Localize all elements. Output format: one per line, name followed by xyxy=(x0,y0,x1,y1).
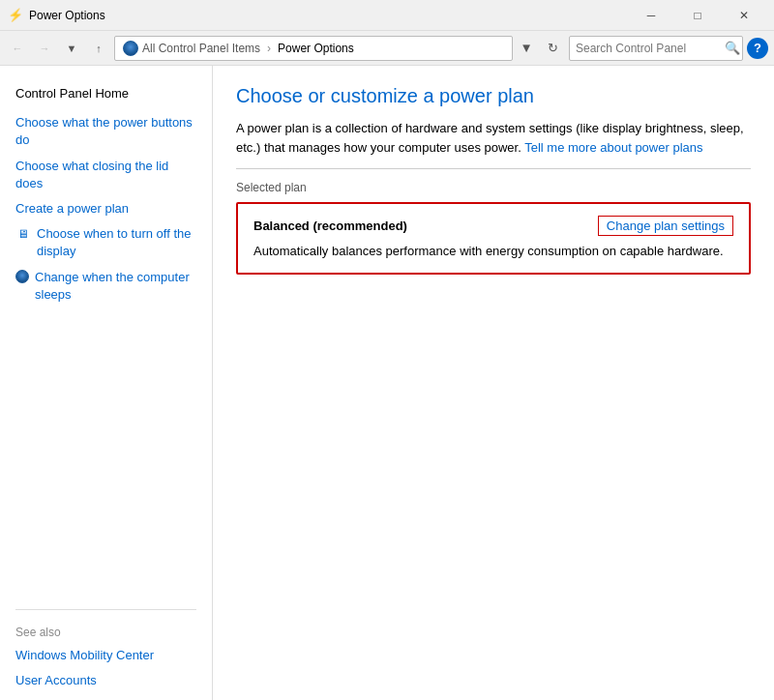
plan-name: Balanced (recommended) xyxy=(253,219,407,233)
maximize-button[interactable]: □ xyxy=(675,0,720,31)
sidebar: Control Panel Home Choose what the power… xyxy=(0,66,213,700)
search-icon: 🔍 xyxy=(725,41,740,55)
help-button[interactable]: ? xyxy=(747,38,768,59)
close-button[interactable]: ✕ xyxy=(722,0,766,31)
address-bar: ← → ▼ ↑ All Control Panel Items › Power … xyxy=(0,31,774,66)
title-bar-title: Power Options xyxy=(29,9,105,22)
sidebar-item-closing-lid[interactable]: Choose what closing the lid does xyxy=(0,154,212,196)
search-box[interactable]: 🔍 xyxy=(569,36,743,61)
sidebar-divider xyxy=(15,609,196,610)
recent-button[interactable]: ▼ xyxy=(60,37,83,60)
address-box[interactable]: All Control Panel Items › Power Options xyxy=(114,36,513,61)
plan-card-header: Balanced (recommended) Change plan setti… xyxy=(253,216,733,236)
search-input[interactable] xyxy=(576,42,721,55)
title-bar-left: ⚡ Power Options xyxy=(8,8,105,23)
refresh-button[interactable]: ↻ xyxy=(540,36,565,61)
intro-link[interactable]: Tell me more about power plans xyxy=(524,140,702,155)
monitor-icon: 🖥 xyxy=(15,226,31,242)
app-icon: ⚡ xyxy=(8,8,23,23)
up-button[interactable]: ↑ xyxy=(87,37,110,60)
title-bar-controls: ─ □ ✕ xyxy=(629,0,766,31)
plan-card: Balanced (recommended) Change plan setti… xyxy=(236,202,751,275)
section-divider xyxy=(236,168,751,169)
main-layout: Control Panel Home Choose what the power… xyxy=(0,66,774,700)
sidebar-item-home[interactable]: Control Panel Home xyxy=(0,81,212,106)
change-plan-settings-link[interactable]: Change plan settings xyxy=(598,216,733,236)
content-area: Choose or customize a power plan A power… xyxy=(213,66,774,700)
breadcrumb-part2: Power Options xyxy=(278,42,354,55)
minimize-button[interactable]: ─ xyxy=(629,0,673,31)
sidebar-item-user-accounts[interactable]: User Accounts xyxy=(0,668,212,693)
address-globe-icon xyxy=(123,41,138,56)
sidebar-item-power-buttons[interactable]: Choose what the power buttons do xyxy=(0,110,212,153)
sidebar-item-create-plan[interactable]: Create a power plan xyxy=(0,196,212,221)
breadcrumb-sep: › xyxy=(267,42,271,55)
intro-text: A power plan is a collection of hardware… xyxy=(236,119,751,157)
globe-icon-sidebar xyxy=(15,270,29,288)
forward-button[interactable]: → xyxy=(33,37,56,60)
page-heading: Choose or customize a power plan xyxy=(236,85,751,107)
sidebar-item-turn-off-display[interactable]: 🖥 Choose when to turn off the display xyxy=(0,221,212,264)
breadcrumb-part1: All Control Panel Items xyxy=(142,42,260,55)
section-label: Selected plan xyxy=(236,181,751,194)
sidebar-item-computer-sleeps[interactable]: Change when the computer sleeps xyxy=(0,265,212,307)
address-dropdown-button[interactable]: ▼ xyxy=(517,36,536,61)
sidebar-item-mobility-center[interactable]: Windows Mobility Center xyxy=(0,643,212,668)
title-bar: ⚡ Power Options ─ □ ✕ xyxy=(0,0,774,31)
see-also-label: See also xyxy=(0,622,212,643)
back-button[interactable]: ← xyxy=(6,37,29,60)
plan-description: Automatically balances performance with … xyxy=(253,242,733,261)
